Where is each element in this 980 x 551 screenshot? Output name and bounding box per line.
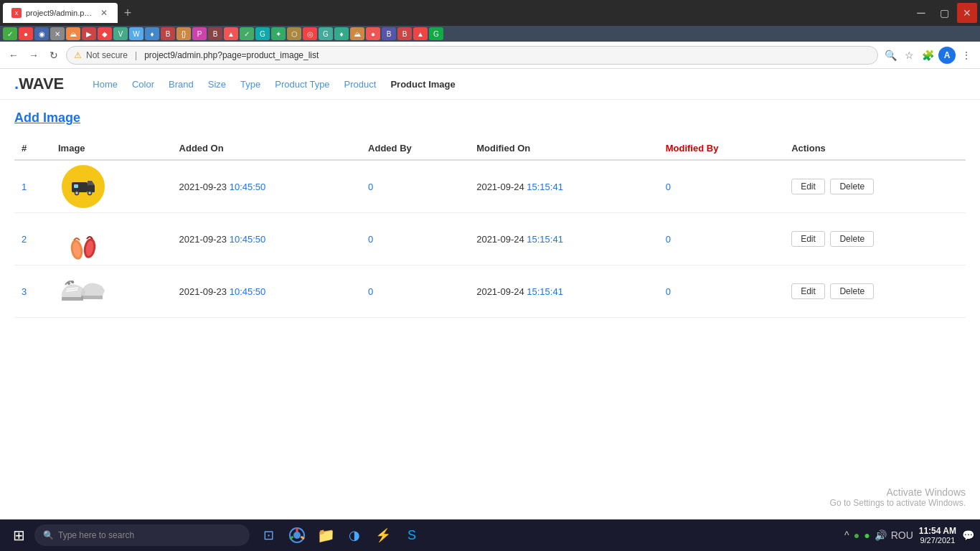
ext-icon-2[interactable]: ● — [19, 27, 33, 40]
ext-icon-4[interactable]: ✕ — [50, 27, 65, 40]
ext-icon-8[interactable]: V — [113, 27, 128, 40]
maximize-button[interactable]: ▢ — [934, 3, 954, 23]
added-by-3: 0 — [368, 286, 373, 297]
ext-icon-23[interactable]: ⛰ — [350, 27, 364, 40]
site-header: .WAVE HomeColorBrandSizeTypeProduct Type… — [0, 69, 980, 100]
added-on-3: 2021-09-23 10:45:50 — [179, 286, 266, 297]
ext-icon-27[interactable]: ▲ — [413, 27, 428, 40]
nav-item-product-image[interactable]: Product Image — [390, 79, 455, 90]
ext-icon-26[interactable]: B — [397, 27, 412, 40]
table-row: 2 — [14, 213, 966, 265]
menu-button[interactable]: ⋮ — [958, 47, 974, 63]
main-content: Add Image # Image Added On Added By Modi… — [0, 100, 980, 329]
site-logo: .WAVE — [14, 75, 64, 93]
image-thumb-3 — [58, 270, 108, 313]
active-browser-tab[interactable]: x project9/admin.php?page=product_image_… — [3, 3, 118, 23]
nav-item-home[interactable]: Home — [93, 79, 118, 90]
ext-icon-7[interactable]: ◆ — [98, 27, 112, 40]
browser-action-buttons: 🔍 ☆ 🧩 A ⋮ — [882, 47, 974, 64]
delete-button-3[interactable]: Delete — [830, 283, 874, 299]
modified-by-2: 0 — [666, 234, 671, 245]
svg-point-6 — [89, 192, 91, 194]
edit-button-2[interactable]: Edit — [791, 231, 825, 247]
nav-item-size[interactable]: Size — [208, 79, 226, 90]
new-tab-button[interactable]: + — [118, 3, 138, 23]
svg-point-13 — [71, 281, 74, 283]
nav-item-product-type[interactable]: Product Type — [275, 79, 329, 90]
modified-by-1: 0 — [666, 182, 671, 192]
sneakers-image — [58, 270, 108, 313]
add-image-link[interactable]: Add Image — [14, 110, 80, 126]
ext-icon-13[interactable]: P — [192, 27, 207, 40]
back-button[interactable]: ← — [6, 47, 22, 63]
modified-by-3: 0 — [666, 286, 671, 297]
row-num: 2 — [22, 234, 27, 245]
edit-button-1[interactable]: Edit — [791, 179, 825, 194]
added-by-1: 0 — [368, 182, 373, 192]
ext-icon-25[interactable]: B — [382, 27, 396, 40]
close-button[interactable]: ✕ — [957, 3, 977, 23]
added-by-2: 0 — [368, 234, 373, 245]
col-modified-on: Modified On — [469, 137, 659, 160]
ext-icon-20[interactable]: ◎ — [303, 27, 317, 40]
ext-icon-21[interactable]: G — [319, 27, 333, 40]
forward-button[interactable]: → — [26, 47, 42, 63]
ext-icon-12[interactable]: {} — [176, 27, 191, 40]
svg-marker-2 — [88, 181, 95, 185]
image-thumb-2 — [58, 217, 108, 260]
ext-icon-3[interactable]: ◉ — [34, 27, 49, 40]
table-header-row: # Image Added On Added By Modified On Mo… — [14, 137, 966, 160]
ext-icon-24[interactable]: ● — [366, 27, 380, 40]
url-text: project9/admin.php?page=product_image_li… — [144, 50, 319, 60]
modified-on-1: 2021-09-24 15:15:41 — [476, 182, 563, 192]
ext-icon-1[interactable]: ✓ — [3, 27, 17, 40]
row-num: 1 — [22, 182, 27, 192]
tab-close-button[interactable]: ✕ — [99, 8, 109, 18]
ext-icon-16[interactable]: ✓ — [240, 27, 254, 40]
security-warning-icon: ⚠ — [74, 50, 82, 60]
minimize-button[interactable]: ─ — [911, 3, 931, 23]
bookmark-button[interactable]: ☆ — [901, 47, 917, 63]
ext-icon-11[interactable]: B — [161, 27, 175, 40]
profile-button[interactable]: A — [938, 47, 956, 64]
zoom-button[interactable]: 🔍 — [882, 47, 898, 63]
ext-icon-18[interactable]: ✦ — [271, 27, 286, 40]
tab-favicon: x — [11, 8, 22, 18]
ext-icon-22[interactable]: ♦ — [334, 27, 349, 40]
nav-item-product[interactable]: Product — [344, 79, 377, 90]
ext-icon-15[interactable]: ▲ — [224, 27, 238, 40]
delete-button-2[interactable]: Delete — [830, 231, 874, 247]
refresh-button[interactable]: ↻ — [46, 47, 62, 63]
sneakers-icon — [58, 272, 108, 311]
ext-icon-5[interactable]: ⛰ — [66, 27, 80, 40]
flip-flops-image — [62, 217, 105, 260]
ext-icon-17[interactable]: G — [255, 27, 270, 40]
col-added-on: Added On — [172, 137, 362, 160]
table-row: 3 — [14, 265, 966, 318]
image-thumb-1 — [58, 165, 108, 208]
browser-tab-bar: x project9/admin.php?page=product_image_… — [0, 0, 980, 26]
edit-button-3[interactable]: Edit — [791, 283, 825, 299]
browser-nav-bar: ← → ↻ ⚠ Not secure | project9/admin.php?… — [0, 42, 980, 69]
ext-icon-28[interactable]: G — [429, 27, 443, 40]
svg-point-4 — [76, 192, 78, 194]
extensions-button[interactable]: 🧩 — [920, 47, 936, 63]
ext-icon-19[interactable]: ⬡ — [287, 27, 301, 40]
modified-on-2: 2021-09-24 15:15:41 — [476, 234, 563, 245]
nav-item-type[interactable]: Type — [240, 79, 260, 90]
ext-icon-14[interactable]: B — [208, 27, 222, 40]
svg-point-12 — [67, 282, 70, 285]
delivery-truck-icon — [70, 174, 96, 199]
nav-item-brand[interactable]: Brand — [169, 79, 194, 90]
nav-item-color[interactable]: Color — [132, 79, 154, 90]
added-on-1: 2021-09-23 10:45:50 — [179, 182, 266, 192]
delete-button-1[interactable]: Delete — [830, 179, 874, 194]
col-actions: Actions — [784, 137, 966, 160]
ext-icon-6[interactable]: ▶ — [82, 27, 96, 40]
added-on-2: 2021-09-23 10:45:50 — [179, 234, 266, 245]
ext-icon-9[interactable]: W — [129, 27, 143, 40]
delivery-truck-image — [62, 165, 105, 208]
ext-icon-10[interactable]: ♦ — [145, 27, 159, 40]
images-table: # Image Added On Added By Modified On Mo… — [14, 137, 966, 318]
address-bar[interactable]: ⚠ Not secure | project9/admin.php?page=p… — [66, 46, 878, 65]
